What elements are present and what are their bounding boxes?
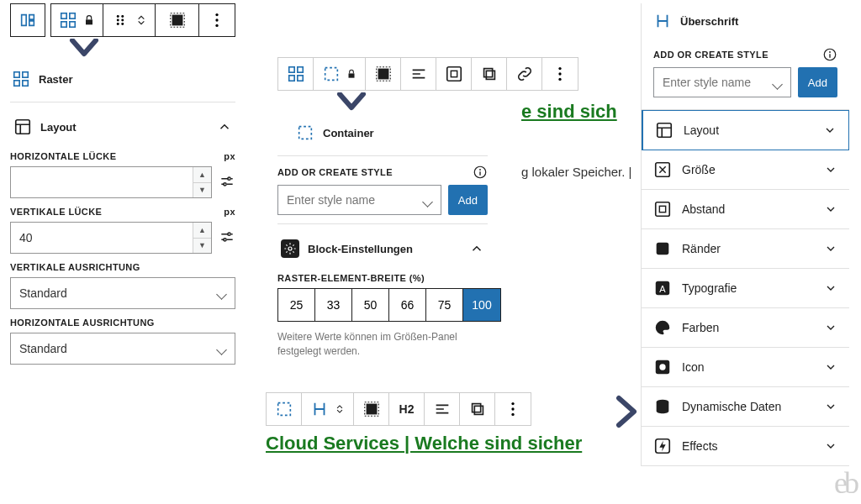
- heading-fragment: e sind sich: [521, 101, 617, 123]
- size-icon: [653, 160, 672, 179]
- section-typo[interactable]: Typografie: [642, 269, 849, 308]
- chevron-down-icon: [824, 360, 837, 374]
- more-button[interactable]: [542, 58, 578, 90]
- h-gap-input[interactable]: [10, 166, 212, 198]
- style-name-input[interactable]: [277, 185, 441, 215]
- width-25[interactable]: 25: [278, 289, 315, 321]
- section-colors[interactable]: Farben: [642, 308, 849, 348]
- section-spacing[interactable]: Abstand: [642, 190, 849, 229]
- grid-button[interactable]: [278, 58, 314, 90]
- select-button[interactable]: [366, 58, 401, 90]
- sliders-icon[interactable]: [219, 228, 235, 248]
- pointer-down-icon: [69, 39, 235, 60]
- block-settings-head[interactable]: Block-Einstellungen: [277, 233, 488, 265]
- add-style-button[interactable]: Add: [448, 185, 488, 215]
- more-button[interactable]: [199, 4, 235, 36]
- add-style-button[interactable]: Add: [798, 67, 837, 97]
- width-75[interactable]: 75: [426, 289, 463, 321]
- heading-preview[interactable]: Cloud Services | Welche sind sicher: [266, 433, 614, 454]
- h2-button[interactable]: H2: [389, 393, 425, 425]
- align-button[interactable]: [401, 58, 436, 90]
- width-100[interactable]: 100: [463, 289, 500, 321]
- container-icon: [296, 123, 314, 142]
- layout-icon: [13, 118, 32, 136]
- effects-icon: [653, 437, 672, 455]
- block-name: Container: [323, 127, 374, 139]
- typo-icon: [653, 279, 672, 297]
- section-size[interactable]: Größe: [642, 150, 849, 190]
- icon-icon: [653, 358, 672, 376]
- grid-icon: [12, 70, 30, 88]
- container-button[interactable]: [267, 393, 302, 425]
- chevron-up-icon: [469, 241, 484, 256]
- h-align-select[interactable]: Standard: [10, 333, 235, 365]
- section-dynamic[interactable]: Dynamische Daten: [642, 387, 849, 427]
- copy-button[interactable]: [460, 393, 495, 425]
- block-name: Raster: [39, 73, 72, 86]
- chevron-down-icon: [824, 202, 837, 216]
- chevron-down-icon: [824, 321, 837, 334]
- stepper[interactable]: ▲▼: [193, 167, 211, 197]
- colors-icon: [653, 318, 672, 337]
- gear-icon: [281, 239, 299, 258]
- heading-icon: [653, 12, 672, 30]
- dynamic-icon: [653, 397, 672, 416]
- section-icon[interactable]: Icon: [642, 348, 849, 387]
- chevron-down-icon: [824, 242, 837, 255]
- chevron-down-icon: [824, 400, 837, 413]
- section-effects[interactable]: Effects: [642, 427, 849, 466]
- layout-icon: [655, 121, 673, 139]
- sliders-icon[interactable]: [219, 173, 235, 192]
- chevron-down-icon: [824, 281, 837, 295]
- arrow-right-icon: [614, 395, 639, 431]
- info-icon[interactable]: [822, 47, 837, 62]
- section-layout[interactable]: Layout: [642, 110, 849, 150]
- chevron-down-icon: [824, 163, 837, 176]
- copy-button[interactable]: [472, 58, 507, 90]
- link-button[interactable]: [507, 58, 542, 90]
- select-button[interactable]: [156, 4, 199, 36]
- watermark: eb: [834, 465, 856, 501]
- v-align-select[interactable]: Standard: [10, 277, 235, 309]
- grid-lock-button[interactable]: [51, 4, 103, 36]
- heading-lock-button[interactable]: [302, 393, 354, 425]
- v-gap-input[interactable]: [10, 222, 212, 254]
- container-lock-button[interactable]: [314, 58, 366, 90]
- width-50[interactable]: 50: [352, 289, 389, 321]
- width-segmented[interactable]: 2533506675100: [277, 288, 501, 322]
- spacing-icon: [653, 200, 672, 218]
- chevron-down-icon: [824, 439, 837, 453]
- logo-icon[interactable]: [11, 4, 45, 36]
- more-button[interactable]: [495, 393, 531, 425]
- chevron-down-icon: [823, 123, 837, 137]
- block-name: Überschrift: [680, 15, 738, 28]
- select-button[interactable]: [354, 393, 389, 425]
- section-border[interactable]: Ränder: [642, 229, 849, 269]
- layout-section-head[interactable]: Layout: [10, 111, 235, 143]
- border-icon: [653, 239, 672, 258]
- group-button[interactable]: [436, 58, 472, 90]
- stepper[interactable]: ▲▼: [193, 223, 211, 253]
- info-icon[interactable]: [473, 165, 488, 180]
- drag-move-button[interactable]: [103, 4, 156, 36]
- text-fragment: g lokaler Speicher. |: [521, 165, 631, 179]
- align-button[interactable]: [425, 393, 460, 425]
- chevron-up-icon: [217, 119, 232, 134]
- style-name-input[interactable]: [653, 67, 791, 97]
- width-66[interactable]: 66: [389, 289, 426, 321]
- width-33[interactable]: 33: [315, 289, 352, 321]
